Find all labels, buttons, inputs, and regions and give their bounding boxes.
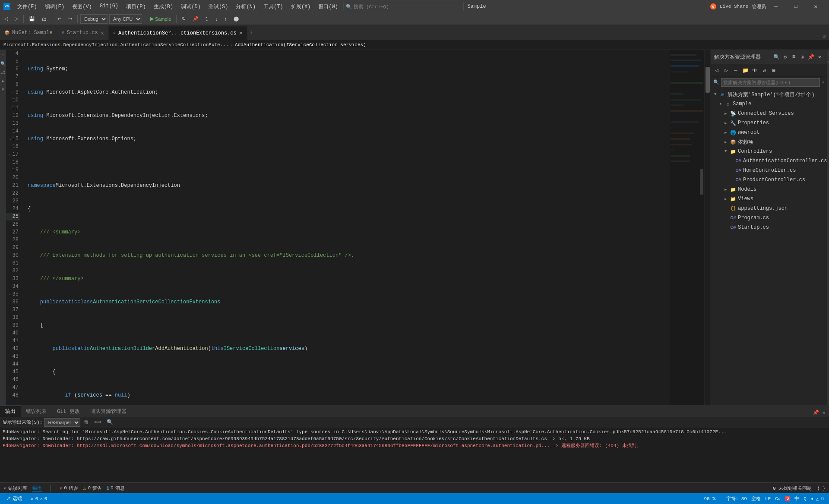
se-close-btn[interactable]: ✕ [816, 53, 823, 61]
se-search-btn[interactable]: 🔍 [772, 53, 780, 61]
se-tb-sync[interactable]: ↔ [731, 66, 740, 75]
tab-0[interactable]: 📦 NuGet: Sample [0, 26, 57, 40]
tree-models[interactable]: ▶ 📁 Models [711, 185, 827, 194]
se-tb-forward[interactable]: ▷ [722, 66, 731, 75]
status-line-ending[interactable]: LF [763, 493, 772, 504]
output-pin-btn[interactable]: 📌 [811, 409, 821, 417]
attach-button[interactable]: 📌 [190, 14, 201, 24]
tree-properties[interactable]: ▶ 🔧 Properties [711, 118, 827, 128]
status-errors[interactable]: ✕ 0 ⚠ 0 [29, 493, 49, 504]
output-find-btn[interactable]: 🔍 [105, 418, 115, 426]
sol-icon-4[interactable]: · [827, 75, 829, 82]
status-resharper[interactable]: S [783, 493, 792, 504]
undo-button[interactable]: ↩ [55, 14, 64, 24]
se-search-input[interactable] [721, 78, 820, 87]
activity-git[interactable]: ⎇ [0, 69, 6, 76]
output-clear-btn[interactable]: 🗑 [82, 418, 91, 426]
tree-views[interactable]: ▶ 📁 Views [711, 194, 827, 204]
output-close-btn[interactable]: ✕ [821, 409, 827, 417]
se-tb-refresh[interactable]: ↺ [760, 66, 769, 75]
forward-button[interactable]: ▷ [12, 14, 21, 24]
error-bar-status-arrows[interactable]: ⟨ ⟩ [817, 485, 826, 491]
tree-home-controller[interactable]: C# HomeController.cs [711, 166, 827, 175]
se-collapse-btn[interactable]: ≡ [790, 53, 797, 61]
code-content[interactable]: using System; using Microsoft.AspNetCore… [24, 50, 670, 405]
se-search-clear[interactable]: ✕ [822, 80, 824, 85]
output-tab-errors[interactable]: 错误列表 [21, 406, 52, 417]
menu-tools[interactable]: 工具(T) [260, 2, 287, 11]
sol-icon-3[interactable]: · [827, 67, 829, 74]
tab-menu-button[interactable]: ≡ [815, 33, 821, 40]
message-count-item[interactable]: ℹ 0 消息 [107, 485, 125, 491]
tree-appsettings[interactable]: {} appsettings.json [711, 204, 827, 213]
manage-btn[interactable]: 管理员 [752, 3, 766, 10]
menu-debug[interactable]: 调试(D) [177, 2, 204, 11]
close-button[interactable]: ✕ [806, 0, 826, 13]
menu-view[interactable]: 视图(V) [69, 2, 95, 11]
fold-9[interactable]: ⌵ [12, 88, 14, 96]
error-count-item[interactable]: ✕ 0 错误 [60, 485, 78, 491]
menu-project[interactable]: 项目(P) [123, 2, 149, 11]
se-tb-show-all[interactable]: 👁 [750, 66, 759, 75]
live-share-btn[interactable]: Live Share [720, 4, 748, 9]
menu-test[interactable]: 测试(S) [205, 2, 232, 11]
status-lang[interactable]: C# [773, 493, 782, 504]
start-debug-button[interactable]: ▶ Sample [148, 14, 174, 24]
tree-product-controller[interactable]: C# ProductController.cs [711, 175, 827, 185]
output-tab-team[interactable]: 团队资源管理器 [85, 406, 132, 417]
sol-icon-2[interactable]: ▷ [827, 59, 829, 66]
error-tab[interactable]: ✕ 错误列表 [3, 485, 27, 491]
editor-scrollbar[interactable] [704, 50, 710, 405]
se-tb-new-folder[interactable]: 📁 [741, 66, 750, 75]
menu-extensions[interactable]: 扩展(X) [288, 2, 314, 11]
se-tb-back[interactable]: ◁ [712, 66, 721, 75]
fold-17[interactable]: ⌵ [9, 151, 11, 158]
tree-startup[interactable]: C# Startup.cs [711, 223, 827, 232]
warning-count-item[interactable]: ⚠ 0 警告 [83, 485, 102, 491]
save-button[interactable]: 💾 [26, 14, 38, 24]
se-pin-btn[interactable]: 📌 [807, 53, 815, 61]
tab-2[interactable]: # AuthenticationSer...ctionExtensions.cs… [109, 26, 247, 40]
minimize-button[interactable]: ─ [766, 0, 786, 13]
menu-edit[interactable]: 编辑(E) [41, 2, 68, 11]
status-locale[interactable]: 中 [793, 493, 801, 504]
tree-connected-services[interactable]: ▶ 📡 Connected Services [711, 109, 827, 118]
platform-dropdown[interactable]: Any CPU [109, 14, 142, 24]
activity-extensions[interactable]: ⊞ [0, 86, 6, 94]
menu-file[interactable]: 文件(F) [14, 2, 41, 11]
sol-icon-5[interactable]: · [827, 83, 829, 90]
breadcrumb-part1[interactable]: Microsoft.Extensions.DependencyInjection… [3, 42, 229, 47]
output-source-select[interactable]: ReSharper [44, 418, 80, 427]
activity-search[interactable]: 🔍 [0, 60, 6, 68]
maximize-button[interactable]: □ [786, 0, 806, 13]
menu-analyze[interactable]: 分析(N) [232, 2, 259, 11]
menu-window[interactable]: 窗口(W) [315, 2, 342, 11]
breadcrumb-part2[interactable]: AddAuthentication(IServiceCollection ser… [235, 42, 366, 47]
title-search-box[interactable]: 🔍 搜索 (Ctrl+Q) [343, 2, 464, 11]
back-button[interactable]: ◁ [2, 14, 10, 24]
output-tab-active[interactable]: 输出 [32, 485, 42, 491]
breakpoint-button[interactable]: ⬤ [231, 14, 241, 24]
step-out-button[interactable]: ↑ [222, 14, 230, 24]
output-tab-output[interactable]: 输出 [0, 406, 21, 417]
tree-auth-controller[interactable]: C# AuthenticationController.cs [711, 156, 827, 166]
tree-controllers[interactable]: ▼ 📁 Controllers [711, 147, 827, 156]
tree-dependencies[interactable]: ▶ 📦 依赖项 [711, 137, 827, 147]
output-toggle-word-wrap[interactable]: ⟺ [92, 418, 103, 426]
tree-solution[interactable]: ▼ ⊞ 解决方案'Sample'(1个项目/共1个) [711, 90, 827, 99]
tab-2-close[interactable]: ✕ [239, 29, 243, 37]
se-tb-collapse-all[interactable]: ⊟ [769, 66, 778, 75]
status-zoom[interactable]: 90 % [702, 493, 717, 504]
step-over-button[interactable]: ⤵ [203, 14, 211, 24]
status-git[interactable]: ⎇ 远端 [3, 493, 24, 504]
tab-split-button[interactable]: ⊞ [821, 32, 827, 40]
tree-program[interactable]: C# Program.cs [711, 213, 827, 223]
tab-1-close[interactable]: ✕ [101, 29, 104, 37]
menu-build[interactable]: 生成(B) [150, 2, 177, 11]
editor-scrollbar-thumb[interactable] [706, 67, 710, 93]
add-tab-button[interactable]: + [247, 26, 256, 40]
tab-1[interactable]: # Startup.cs ✕ [57, 26, 109, 40]
save-all-button[interactable]: 🗂 [39, 14, 49, 24]
step-into-button[interactable]: ↓ [212, 14, 220, 24]
menu-git[interactable]: Git(G) [96, 2, 122, 11]
